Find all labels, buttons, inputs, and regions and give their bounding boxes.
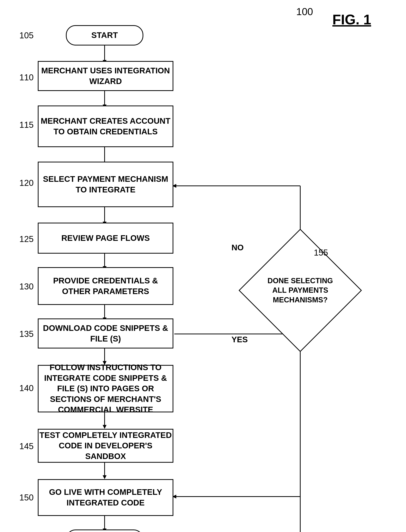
ref-105: 105 [19,31,34,40]
page: FIG. 1 100 [0,0,406,532]
diamond-155: DONE SELECTING ALL PAYMENTS MECHANISMS? [232,242,368,339]
ref-130: 130 [19,282,34,291]
svg-marker-15 [103,425,107,429]
no-label: NO [232,243,244,252]
step-145-box: TEST COMPLETELY INTEGRATED CODE IN DEVEL… [38,429,173,463]
ref-135: 135 [19,329,34,339]
step-110-box: MERCHANT USES INTEGRATION WIZARD [38,61,173,91]
done-box: DONE [66,530,143,532]
step-125-box: REVIEW PAGE FLOWS [38,223,173,254]
figure-label: FIG. 1 [332,12,371,28]
svg-marker-17 [103,475,107,479]
step-115-box: MERCHANT CREATES ACCOUNT TO OBTAIN CREDE… [38,106,173,147]
step-135-box: DOWNLOAD CODE SNIPPETS & FILE (S) [38,319,173,348]
step-120-box: SELECT PAYMENT MECHANISM TO INTEGRATE [38,162,173,207]
step-130-box: PROVIDE CREDENTIALS & OTHER PARAMETERS [38,267,173,305]
ref-150: 150 [19,493,34,502]
ref-125: 125 [19,234,34,244]
step-150-box: GO LIVE WITH COMPLETELY INTEGRATED CODE [38,479,173,516]
ref-155: 155 [314,248,328,257]
ref-120: 120 [19,178,34,188]
ref-115: 115 [19,120,34,130]
ref-145: 145 [19,441,34,451]
ref-110: 110 [19,73,34,82]
start-box: START [66,25,143,45]
yes-label: YES [232,335,248,344]
step-140-box: FOLLOW INSTRUCTIONS TO INTEGRATE CODE SN… [38,365,173,412]
ref-140: 140 [19,383,34,393]
diagram-number: 100 [296,6,313,17]
